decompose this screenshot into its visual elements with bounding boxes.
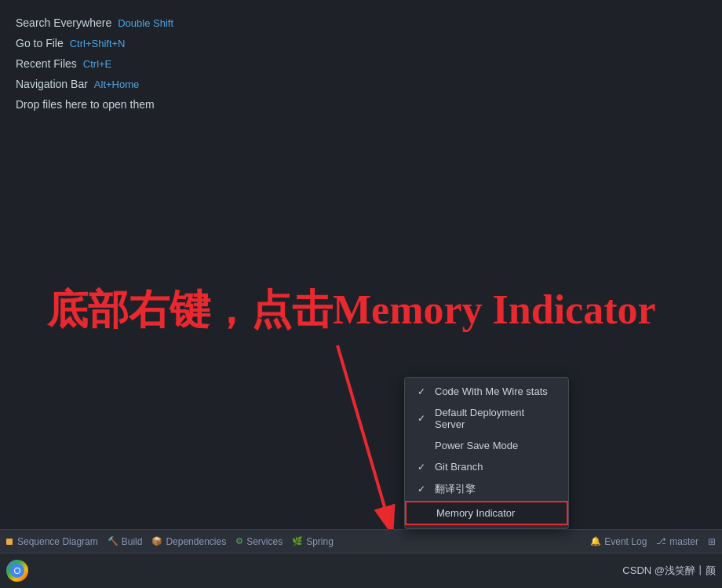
dependencies-label: Dependencies [166, 536, 226, 547]
search-everywhere-item[interactable]: Search Everywhere Double Shift [16, 13, 706, 33]
taskbar: CSDN @浅笑醉丨颜 [0, 553, 722, 588]
annotation-text: 底部右键，点击Memory Indicator [47, 283, 656, 338]
code-with-me-item[interactable]: ✓ Code With Me Wire stats [405, 381, 568, 402]
go-to-file-label: Go to File [16, 37, 64, 49]
code-with-me-label: Code With Me Wire stats [435, 385, 548, 397]
master-label: master [669, 536, 698, 547]
taskbar-left [6, 560, 28, 582]
spring-icon: 🌿 [292, 536, 303, 546]
context-menu: ✓ Code With Me Wire stats ✓ Default Depl… [404, 377, 569, 529]
recent-files-shortcut: Ctrl+E [83, 58, 111, 70]
power-save-label: Power Save Mode [435, 440, 518, 451]
svg-point-4 [15, 568, 20, 573]
git-branch-label: Git Branch [435, 461, 483, 473]
sequence-diagram-item[interactable]: Sequence Diagram [6, 536, 98, 547]
git-icon: ⎇ [656, 536, 666, 546]
drop-files-label: Drop files here to open them [16, 98, 155, 111]
sequence-diagram-icon [6, 539, 13, 545]
build-item[interactable]: 🔨 Build [108, 536, 143, 547]
navigation-bar-shortcut: Alt+Home [94, 79, 139, 90]
go-to-file-shortcut: Ctrl+Shift+N [70, 38, 126, 49]
navigation-bar-label: Navigation Bar [16, 78, 88, 90]
memory-indicator-label: Memory Indicator [436, 507, 515, 519]
check-icon: ✓ [418, 386, 428, 397]
check-icon: ✓ [418, 484, 428, 495]
sequence-diagram-label: Sequence Diagram [17, 536, 98, 547]
build-icon: 🔨 [108, 536, 119, 546]
build-label: Build [122, 536, 143, 547]
default-deployment-item[interactable]: ✓ Default Deployment Server [405, 402, 568, 435]
drop-files-item: Drop files here to open them [16, 94, 706, 115]
event-log-label: Event Log [604, 536, 647, 547]
translate-engine-label: 翻译引擎 [435, 482, 476, 496]
default-deployment-label: Default Deployment Server [435, 407, 556, 430]
power-save-item[interactable]: ✓ Power Save Mode [405, 435, 568, 456]
services-item[interactable]: ⚙ Services [235, 536, 283, 547]
check-icon: ✓ [418, 413, 428, 424]
search-everywhere-shortcut: Double Shift [118, 17, 173, 29]
windows-icon-item[interactable]: ⊞ [708, 536, 716, 547]
event-log-icon: 🔔 [590, 536, 601, 546]
navigation-bar-item[interactable]: Navigation Bar Alt+Home [16, 74, 706, 94]
services-icon: ⚙ [235, 536, 243, 546]
taskbar-right: CSDN @浅笑醉丨颜 [622, 564, 716, 578]
chrome-icon[interactable] [6, 560, 28, 582]
recent-files-label: Recent Files [16, 57, 77, 70]
menu-section: Search Everywhere Double Shift Go to Fil… [0, 0, 722, 127]
spring-item[interactable]: 🌿 Spring [292, 536, 334, 547]
search-everywhere-label: Search Everywhere [16, 16, 111, 29]
dependencies-icon: 📦 [151, 536, 162, 546]
csdn-label: CSDN @浅笑醉丨颜 [622, 564, 716, 578]
event-log-item[interactable]: 🔔 Event Log [590, 536, 647, 547]
check-icon: ✓ [418, 462, 428, 473]
status-bar-right: 🔔 Event Log ⎇ master ⊞ [590, 536, 716, 547]
recent-files-item[interactable]: Recent Files Ctrl+E [16, 53, 706, 74]
dependencies-item[interactable]: 📦 Dependencies [151, 536, 226, 547]
services-label: Services [246, 536, 283, 547]
svg-line-1 [337, 345, 392, 534]
spring-label: Spring [306, 536, 334, 547]
main-area: Search Everywhere Double Shift Go to Fil… [0, 0, 722, 588]
memory-indicator-item[interactable]: ✓ Memory Indicator [405, 501, 568, 525]
windows-icon: ⊞ [708, 536, 716, 547]
status-bar: Sequence Diagram 🔨 Build 📦 Dependencies … [0, 529, 722, 553]
go-to-file-item[interactable]: Go to File Ctrl+Shift+N [16, 33, 706, 53]
translate-engine-item[interactable]: ✓ 翻译引擎 [405, 477, 568, 501]
git-branch-item[interactable]: ✓ Git Branch [405, 456, 568, 477]
empty-check-icon: ✓ [418, 440, 428, 451]
master-item[interactable]: ⎇ master [656, 536, 698, 547]
empty-check-icon: ✓ [419, 508, 430, 519]
